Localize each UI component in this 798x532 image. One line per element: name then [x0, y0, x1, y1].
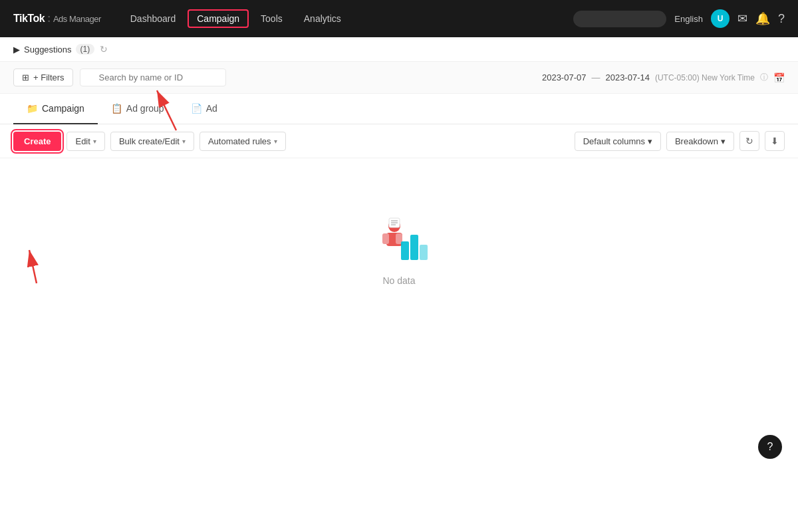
tab-ad-label: Ad — [206, 103, 217, 114]
date-range: 2023-07-07 — 2023-07-14 (UTC-05:00) New … — [542, 72, 785, 83]
filters-button[interactable]: ⊞ + Filters — [13, 68, 73, 86]
nav-tools[interactable]: Tools — [251, 9, 292, 28]
language-selector[interactable]: English — [674, 14, 703, 24]
nav-campaign[interactable]: Campaign — [188, 9, 249, 28]
edit-button[interactable]: Edit ▾ — [66, 132, 104, 151]
filters-label: + Filters — [33, 72, 65, 82]
toolbar-left: Create Edit ▾ Bulk create/Edit ▾ Automat… — [13, 132, 286, 151]
brand-logo: TikTok:Ads Manager — [13, 13, 101, 25]
columns-chevron-icon: ▾ — [648, 136, 652, 146]
automated-chevron-icon: ▾ — [274, 138, 277, 145]
ad-group-tab-icon: 📋 — [111, 103, 122, 114]
toolbar-right: Default columns ▾ Breakdown ▾ ↻ ⬇ — [575, 131, 785, 151]
tab-campaign-label: Campaign — [42, 103, 84, 114]
nav-search-input[interactable] — [573, 11, 666, 27]
help-fab[interactable]: ? — [758, 435, 782, 459]
tab-ad-group-label: Ad group — [126, 103, 164, 114]
filter-icon: ⊞ — [22, 72, 29, 82]
download-button[interactable]: ⬇ — [765, 131, 785, 151]
breakdown-label: Breakdown — [675, 136, 718, 146]
timezone-label: (UTC-05:00) New York Time — [655, 73, 755, 82]
brand-name: TikTok:Ads Manager — [13, 13, 101, 25]
ads-manager-text: Ads Manager — [53, 14, 101, 24]
svg-rect-6 — [420, 245, 428, 260]
help-icon[interactable]: ? — [778, 12, 785, 26]
refresh-icon: ↻ — [745, 136, 753, 146]
breakdown-chevron-icon: ▾ — [721, 136, 726, 146]
toolbar: Create Edit ▾ Bulk create/Edit ▾ Automat… — [0, 124, 798, 158]
navbar: TikTok:Ads Manager Dashboard Campaign To… — [0, 0, 798, 37]
calendar-icon[interactable]: 📅 — [773, 72, 785, 83]
filters-left: ⊞ + Filters 🔍 — [13, 68, 226, 86]
bell-icon[interactable]: 🔔 — [755, 11, 770, 26]
search-wrapper: 🔍 — [80, 68, 226, 86]
automated-rules-button[interactable]: Automated rules ▾ — [200, 132, 286, 151]
tiktok-text: TikTok — [13, 13, 45, 24]
empty-text: No data — [382, 275, 415, 286]
suggestions-bar: ▶ Suggestions (1) ↻ — [0, 37, 798, 62]
help-fab-icon: ? — [767, 441, 773, 453]
nav-items: Dashboard Campaign Tools Analytics — [121, 9, 574, 28]
bulk-label: Bulk create/Edit — [119, 136, 180, 146]
info-icon: ⓘ — [760, 72, 768, 83]
search-input[interactable] — [80, 68, 226, 86]
tab-nav: 📁 Campaign 📋 Ad group 📄 Ad — [0, 94, 798, 124]
mail-icon[interactable]: ✉ — [737, 11, 747, 26]
empty-state: No data — [0, 158, 798, 339]
create-button[interactable]: Create — [13, 132, 61, 151]
page-content: ▶ Suggestions (1) ↻ ⊞ + Filters 🔍 2023-0… — [0, 37, 798, 532]
filters-bar: ⊞ + Filters 🔍 2023-07-07 — 2023-07-14 (U… — [0, 62, 798, 94]
date-start: 2023-07-07 — [542, 72, 587, 82]
tab-campaign[interactable]: 📁 Campaign — [13, 94, 98, 124]
tab-ad-group[interactable]: 📋 Ad group — [98, 94, 178, 124]
edit-chevron-icon: ▾ — [93, 138, 96, 145]
default-columns-label: Default columns — [583, 136, 645, 146]
suggestions-refresh-icon[interactable]: ↻ — [100, 44, 108, 55]
svg-rect-5 — [410, 235, 418, 260]
avatar[interactable]: U — [711, 9, 730, 28]
edit-label: Edit — [75, 136, 90, 146]
ad-tab-icon: 📄 — [191, 103, 202, 114]
date-end: 2023-07-14 — [605, 72, 650, 82]
default-columns-button[interactable]: Default columns ▾ — [575, 132, 661, 151]
download-icon: ⬇ — [771, 136, 779, 146]
tab-ad[interactable]: 📄 Ad — [178, 94, 231, 124]
svg-rect-2 — [382, 233, 389, 244]
nav-right: English U ✉ 🔔 ? — [573, 9, 785, 28]
suggestions-toggle[interactable]: ▶ Suggestions (1) — [13, 44, 94, 55]
breakdown-button[interactable]: Breakdown ▾ — [666, 132, 734, 151]
nav-analytics[interactable]: Analytics — [295, 9, 350, 28]
campaign-tab-icon: 📁 — [27, 103, 38, 114]
date-separator: — — [591, 72, 600, 82]
suggestions-chevron: ▶ — [13, 45, 20, 55]
suggestions-label: Suggestions — [24, 45, 72, 55]
automated-rules-label: Automated rules — [208, 136, 271, 146]
refresh-button[interactable]: ↻ — [739, 131, 759, 151]
empty-illustration — [369, 211, 429, 265]
bulk-chevron-icon: ▾ — [182, 138, 186, 145]
bulk-create-edit-button[interactable]: Bulk create/Edit ▾ — [110, 132, 194, 151]
suggestions-count: (1) — [76, 44, 95, 55]
nav-dashboard[interactable]: Dashboard — [121, 9, 186, 28]
svg-rect-4 — [401, 241, 409, 260]
brand-separator: : — [47, 13, 51, 24]
